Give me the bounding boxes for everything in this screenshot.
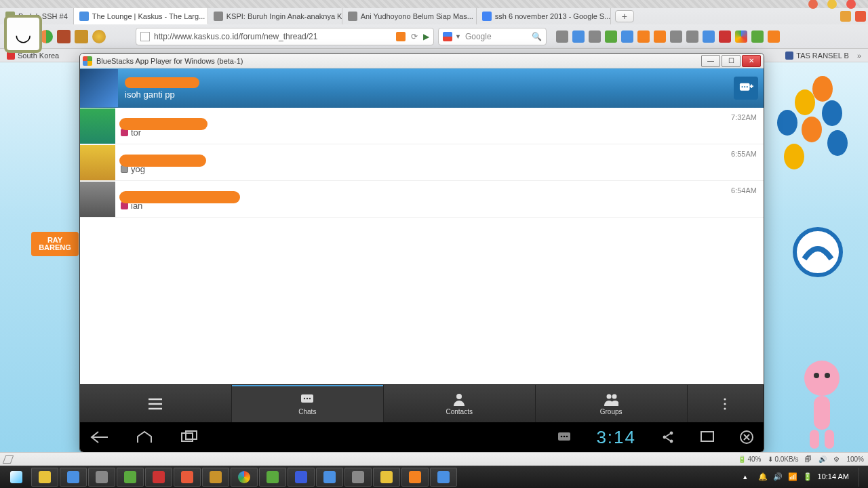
refresh-icon[interactable]: ⟳ <box>411 32 418 41</box>
tray-battery-icon[interactable]: 🔋 <box>803 472 812 482</box>
svg-point-9 <box>744 86 745 87</box>
svg-rect-30 <box>701 432 713 441</box>
fullscreen-icon[interactable] <box>700 430 715 445</box>
taskbar-item[interactable] <box>430 468 457 487</box>
chevron-down-icon[interactable]: ▼ <box>455 33 461 40</box>
taskbar-item[interactable] <box>288 468 315 487</box>
ext-icon[interactable] <box>605 30 617 43</box>
page-icon <box>140 32 150 41</box>
network-speed: ⬇0.0KB/s <box>768 455 798 463</box>
ext-icon[interactable] <box>572 30 585 43</box>
start-button[interactable] <box>3 468 30 487</box>
taskbar-item[interactable] <box>202 468 229 487</box>
close-button[interactable]: ✕ <box>742 55 761 67</box>
taskbar-item[interactable] <box>373 468 400 487</box>
ext-icon[interactable] <box>670 30 682 43</box>
svg-point-0 <box>795 229 841 275</box>
my-avatar[interactable] <box>80 69 118 107</box>
system-clock[interactable]: 10:14 AM <box>818 472 849 481</box>
ext-icon[interactable] <box>556 30 568 43</box>
compose-button[interactable] <box>734 77 758 100</box>
ext-icon[interactable] <box>686 30 698 43</box>
chat-time: 7:32AM <box>731 113 757 121</box>
tab-4[interactable]: ssh 6 november 2013 - Google S... <box>477 8 611 24</box>
close-circle-icon[interactable] <box>739 430 754 445</box>
launcher-icon[interactable]: ◡ <box>4 15 42 53</box>
overflow-tab[interactable] <box>688 385 764 422</box>
taskbar-item[interactable] <box>31 468 58 487</box>
rss-icon[interactable] <box>396 32 406 41</box>
chats-tab[interactable]: Chats <box>232 385 384 422</box>
taskbar-item[interactable] <box>88 468 115 487</box>
ribbon-badge: RAY BARENG <box>31 232 79 256</box>
recent-button[interactable] <box>179 430 199 445</box>
svg-point-18 <box>724 398 726 400</box>
maximize-button[interactable]: ☐ <box>722 55 741 67</box>
redacted-name <box>119 191 240 203</box>
taskbar-item[interactable] <box>60 468 87 487</box>
ext-icon[interactable] <box>840 11 851 22</box>
taskbar-item[interactable] <box>145 468 172 487</box>
ext-icon[interactable] <box>75 30 88 43</box>
right-extensions <box>556 30 780 43</box>
minimize-button[interactable]: — <box>701 55 720 67</box>
ext-icon[interactable] <box>637 30 650 43</box>
chat-row[interactable]: yog 6:55AM <box>80 144 764 181</box>
favicon-icon <box>785 52 793 60</box>
tray-icon[interactable]: 🔊 <box>773 472 783 482</box>
address-text: http://www.kaskus.co.id/forum/new_thread… <box>154 32 317 41</box>
home-button[interactable] <box>134 430 155 445</box>
statusbar-handle[interactable] <box>3 455 14 464</box>
menu-tab[interactable] <box>80 385 232 422</box>
address-bar[interactable]: http://www.kaskus.co.id/forum/new_thread… <box>136 28 434 45</box>
back-button[interactable] <box>90 430 110 445</box>
search-box[interactable]: ▼ Google 🔍 <box>438 28 547 45</box>
tab-1[interactable]: The Lounge | Kaskus - The Larg...✕ <box>74 8 208 24</box>
taskbar-item[interactable] <box>401 468 429 487</box>
ext-icon[interactable] <box>768 30 780 43</box>
ext-icon[interactable] <box>719 30 731 43</box>
tray-network-icon[interactable]: 📶 <box>788 472 797 482</box>
share-icon[interactable] <box>660 430 675 445</box>
tab-3[interactable]: Ani Yudhoyono Belum Siap Mas... <box>342 8 477 24</box>
tab-label: Contacts <box>446 408 472 415</box>
taskbar-item[interactable] <box>174 468 201 487</box>
status-icon[interactable]: 🗐 <box>805 455 812 463</box>
tray-icon[interactable]: 🔔 <box>758 472 768 482</box>
search-icon[interactable]: 🔍 <box>532 32 542 41</box>
ext-icon[interactable] <box>621 30 633 43</box>
show-desktop-button[interactable] <box>859 468 864 487</box>
taskbar-item[interactable] <box>344 468 372 487</box>
bbm-notif-icon[interactable] <box>557 430 572 445</box>
bookmark-item[interactable]: TAS RANSEL B <box>785 52 849 60</box>
ext-icon[interactable] <box>57 30 71 43</box>
ext-icon[interactable] <box>703 30 715 43</box>
bluestacks-titlebar[interactable]: BlueStacks App Player for Windows (beta-… <box>80 54 764 68</box>
chevron-right-icon[interactable]: » <box>857 52 861 60</box>
groups-tab[interactable]: Groups <box>536 385 688 422</box>
chat-row[interactable]: tor 7:32AM <box>80 108 764 144</box>
go-icon[interactable]: ▶ <box>423 32 429 41</box>
ext-icon[interactable] <box>855 11 866 22</box>
taskbar-item[interactable] <box>259 468 286 487</box>
ext-icon[interactable] <box>654 30 666 43</box>
tray-chevron-icon[interactable]: ▴ <box>743 472 753 482</box>
browser-statusbar: 🔋40% ⬇0.0KB/s 🗐 🔊 ⚙ 100% <box>0 452 868 466</box>
taskbar-item[interactable] <box>117 468 144 487</box>
svg-point-20 <box>724 407 726 409</box>
ext-icon[interactable] <box>735 30 747 43</box>
ext-icon[interactable] <box>92 30 106 43</box>
chat-row[interactable]: ian 6:54AM <box>80 181 764 218</box>
contacts-tab[interactable]: Contacts <box>384 385 536 422</box>
status-icon[interactable]: ⚙ <box>833 455 840 463</box>
ext-icon[interactable] <box>589 30 601 43</box>
chat-list[interactable]: tor 7:32AM yog 6:55AM ian 6:54AM <box>80 108 764 384</box>
ext-icon[interactable] <box>751 30 764 43</box>
taskbar-item[interactable] <box>316 468 343 487</box>
battery-status: 🔋40% <box>738 455 761 463</box>
new-tab-button[interactable]: + <box>615 10 634 22</box>
taskbar-item[interactable] <box>231 468 258 487</box>
tab-2[interactable]: KSPI: Buruh Ingin Anak-anaknya Ku... <box>208 8 342 24</box>
status-icon[interactable]: 🔊 <box>818 455 827 463</box>
zoom-level[interactable]: 100% <box>846 455 864 463</box>
